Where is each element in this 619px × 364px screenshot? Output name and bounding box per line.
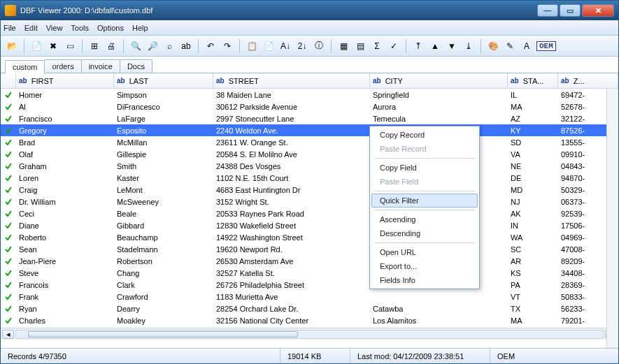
toolbar-findnext-icon[interactable]: 🔎: [145, 39, 159, 53]
context-menu-copy-record[interactable]: Copy Record: [371, 128, 478, 142]
table-row[interactable]: FrankCrawford1183 Murietta AveVT50833-: [1, 291, 618, 303]
tab-orders[interactable]: orders: [44, 59, 81, 73]
row-check-icon: [1, 281, 16, 289]
menubar: FileEditViewToolsOptionsHelp: [1, 20, 618, 36]
row-check-icon: [1, 103, 16, 111]
column-zip[interactable]: abZ...: [558, 73, 618, 88]
menu-help[interactable]: Help: [132, 24, 148, 32]
toolbar-sortdesc-icon[interactable]: 2↓: [295, 39, 309, 53]
toolbar-top-icon[interactable]: ⤒: [411, 39, 425, 53]
toolbar-delete-icon[interactable]: ✖: [46, 39, 60, 53]
toolbar-print-icon[interactable]: 🖨: [104, 39, 118, 53]
toolbar-copy-icon[interactable]: 📋: [245, 39, 259, 53]
cell-last: Chang: [114, 269, 213, 277]
table-row[interactable]: BradMcMillan23611 W. Orange St.SD13555-: [1, 136, 618, 148]
toolbar-table-icon[interactable]: ▦: [336, 39, 350, 53]
column-street[interactable]: abSTREET: [213, 73, 370, 88]
cell-street: 2240 Weldon Ave.: [213, 126, 370, 135]
column-first[interactable]: abFIRST: [16, 73, 114, 88]
tab-docs[interactable]: Docs: [120, 59, 152, 73]
table-row[interactable]: AlDiFrancesco30612 Parkside AvenueAurora…: [1, 101, 618, 112]
table-row[interactable]: CharlesMoakley32156 National City Center…: [1, 314, 618, 326]
app-icon: [5, 5, 16, 16]
toolbar-down-icon[interactable]: ▼: [445, 39, 459, 53]
cell-state: SD: [508, 138, 558, 147]
toolbar-seek-icon[interactable]: ⌕: [162, 39, 176, 53]
toolbar-grid-icon[interactable]: ▤: [353, 39, 367, 53]
menu-view[interactable]: View: [46, 24, 63, 32]
row-check-icon: [1, 126, 16, 135]
toolbar-up-icon[interactable]: ▲: [428, 39, 442, 53]
scroll-thumb[interactable]: [28, 331, 298, 337]
cell-state: SC: [508, 245, 558, 254]
toolbar-sortaz-icon[interactable]: A↓: [278, 39, 292, 53]
table-row[interactable]: GrahamSmith24388 Des VosgesNE04843-: [1, 160, 618, 172]
context-menu-quick-filter[interactable]: Quick Filter: [371, 194, 478, 208]
cell-street: 24388 Des Vosges: [213, 162, 370, 170]
table-row[interactable]: LorenKaster1102 N.E. 15th CourtDE94870-: [1, 172, 618, 184]
toolbar-font-icon[interactable]: A: [520, 39, 534, 53]
column-last[interactable]: abLAST: [114, 73, 213, 88]
context-menu-copy-field[interactable]: Copy Field: [371, 161, 478, 175]
toolbar-palette-icon[interactable]: 🎨: [486, 39, 500, 53]
row-check-icon: [1, 221, 16, 230]
cell-street: 1102 N.E. 15th Court: [213, 174, 370, 182]
context-menu-ascending[interactable]: Ascending: [371, 212, 478, 226]
menu-file[interactable]: File: [3, 24, 16, 32]
table-row[interactable]: SeanStadelmann19620 Newport Rd.SC47008-: [1, 243, 618, 255]
tab-custom[interactable]: custom: [5, 60, 45, 73]
toolbar-find-icon[interactable]: 🔍: [129, 39, 143, 53]
maximize-button[interactable]: ▭: [560, 4, 581, 17]
table-row[interactable]: RobertoBeauchamp14922 Washington StreetW…: [1, 231, 618, 243]
table-row[interactable]: Jean-PiereRobertson26530 Amsterdam AveAR…: [1, 255, 618, 267]
menu-options[interactable]: Options: [97, 24, 124, 32]
cell-first: Brad: [16, 138, 114, 147]
column-city[interactable]: abCITY: [370, 73, 508, 88]
toolbar-info-icon[interactable]: ⓘ: [312, 39, 326, 53]
table-row[interactable]: Dr. WilliamMcSweeney3152 Wright St.NJ063…: [1, 196, 618, 208]
toolbar-open-icon[interactable]: 📂: [5, 39, 19, 53]
table-row[interactable]: SteveChang32527 Katella St.KS34408-: [1, 267, 618, 279]
toolbar-paste-icon[interactable]: 📄: [262, 39, 276, 53]
toolbar-sum-icon[interactable]: Σ: [370, 39, 384, 53]
cell-last: Simpson: [114, 91, 213, 99]
table-row[interactable]: DianeGibbard12830 Wakefield StreetIN1750…: [1, 219, 618, 231]
cell-street: 1183 Murietta Ave: [213, 293, 370, 301]
toolbar-struct-icon[interactable]: ⊞: [87, 39, 101, 53]
table-row[interactable]: OlafGillespie20584 S. El Molilno AveVA09…: [1, 148, 618, 160]
toolbar-bottom-icon[interactable]: ⤓: [462, 39, 476, 53]
menu-tools[interactable]: Tools: [71, 24, 89, 32]
toolbar-redo-icon[interactable]: ↷: [220, 39, 234, 53]
table-row[interactable]: HomerSimpson38 Maiden LaneSpringfieldIL6…: [1, 89, 618, 101]
context-menu-descending[interactable]: Descending: [371, 226, 478, 240]
tab-invoice[interactable]: invoice: [81, 59, 120, 73]
column-state[interactable]: abSTA...: [508, 73, 558, 88]
close-button[interactable]: ✕: [582, 4, 614, 17]
toolbar-row-icon[interactable]: ▭: [63, 39, 77, 53]
toolbar-undo-icon[interactable]: ↶: [204, 39, 218, 53]
table-row[interactable]: CraigLeMont4683 East Huntington DrMD5032…: [1, 184, 618, 196]
minimize-button[interactable]: —: [537, 4, 558, 17]
toolbar-paint-icon[interactable]: ✎: [503, 39, 517, 53]
toolbar-check-icon[interactable]: ✓: [387, 39, 401, 53]
horizontal-scrollbar[interactable]: ◂ ▸: [1, 328, 618, 340]
context-menu-open-url[interactable]: Open URL: [371, 245, 478, 259]
table-row[interactable]: RyanDearry28254 Orchard Lake Dr.CatawbaT…: [1, 303, 618, 314]
toolbar-oem-icon[interactable]: OEM: [536, 39, 556, 53]
vertical-scrollbar[interactable]: [606, 89, 618, 348]
row-check-icon: [1, 162, 16, 170]
table-row[interactable]: FrancoisClark26726 Philadelphia StreetPA…: [1, 279, 618, 291]
table-row[interactable]: FranciscoLaFarge2997 Stonecutter LaneTem…: [1, 112, 618, 124]
column-marker[interactable]: [1, 73, 16, 88]
context-menu-export-to-[interactable]: Export to...: [371, 259, 478, 273]
table-row[interactable]: GregoryEsposito2240 Weldon Ave.KY87526-: [1, 124, 618, 136]
toolbar-new-icon[interactable]: 📄: [29, 39, 43, 53]
menu-edit[interactable]: Edit: [24, 24, 38, 32]
grid-body[interactable]: HomerSimpson38 Maiden LaneSpringfieldIL6…: [1, 89, 618, 328]
context-menu-fields-info[interactable]: Fields Info: [371, 273, 478, 287]
scroll-track[interactable]: [15, 330, 604, 339]
table-row[interactable]: CeciBeale20533 Raynes Park RoadAK92539-: [1, 208, 618, 219]
cell-state: MA: [508, 103, 558, 111]
scroll-left-button[interactable]: ◂: [2, 330, 14, 339]
toolbar-replace-icon[interactable]: ab: [179, 39, 193, 53]
